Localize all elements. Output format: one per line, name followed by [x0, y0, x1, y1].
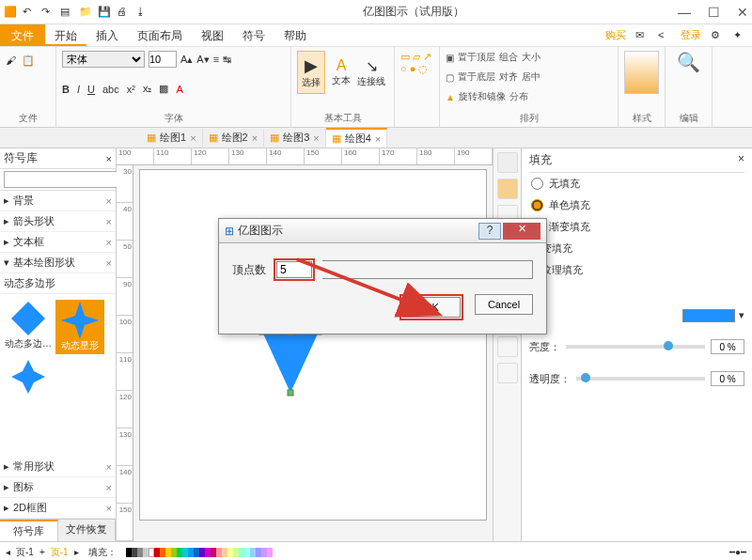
fill-solid[interactable]: 单色填充	[529, 194, 744, 216]
prev-page-icon[interactable]: ◂	[6, 547, 10, 557]
next-page-icon[interactable]: ▸	[74, 547, 79, 557]
close-tab-icon[interactable]: ×	[190, 132, 196, 144]
canvas[interactable]: 100110120130140150160170180190 304050901…	[117, 148, 493, 541]
increase-font-icon[interactable]: A▴	[180, 54, 193, 66]
italic-button[interactable]: I	[77, 84, 80, 95]
shape-star4[interactable]	[4, 358, 53, 396]
color-palette-strip[interactable]	[126, 548, 273, 557]
window-title: 亿图图示（试用版）	[363, 4, 464, 20]
gear-icon[interactable]: ⚙	[711, 29, 724, 42]
format-painter-icon[interactable]: 🖌	[6, 54, 16, 67]
cancel-button[interactable]: Cancel	[475, 294, 533, 315]
maximize-icon[interactable]: ☐	[708, 5, 720, 20]
export-icon[interactable]: ⭳	[135, 6, 149, 19]
vertex-input[interactable]	[276, 261, 312, 278]
sub-category: 动态多边形	[0, 273, 116, 294]
opacity-value[interactable]	[711, 371, 744, 386]
font-family-select[interactable]: 宋体	[62, 51, 145, 68]
doc-tab[interactable]: ▦绘图2×	[203, 129, 265, 147]
open-icon[interactable]: 📁	[79, 6, 92, 19]
tab-start[interactable]: 开始	[45, 24, 86, 46]
share-icon[interactable]: <	[658, 29, 671, 42]
category-item[interactable]: ▸ 箭头形状×	[0, 211, 116, 232]
paste-icon[interactable]: 📋	[22, 54, 35, 67]
minimize-icon[interactable]: —	[678, 5, 691, 20]
buy-link[interactable]: 购买	[605, 28, 626, 42]
undo-icon[interactable]: ↶	[23, 6, 36, 19]
opacity-slider[interactable]	[576, 377, 705, 381]
dialog-help-icon[interactable]: ?	[478, 223, 501, 240]
print-icon[interactable]: 🖨	[117, 6, 130, 19]
category-item[interactable]: ▾ 基本绘图形状×	[0, 253, 116, 273]
strike-button[interactable]: abc	[102, 84, 119, 95]
indent-icon[interactable]: ↹	[223, 54, 231, 66]
ok-button[interactable]: OK	[402, 297, 461, 318]
category-item[interactable]: ▸ 背景×	[0, 191, 116, 211]
close-icon[interactable]: ✕	[737, 5, 748, 20]
footer-tab-library[interactable]: 符号库	[0, 520, 58, 541]
new-icon[interactable]: ▤	[60, 6, 73, 19]
footer-tab-recovery[interactable]: 文件恢复	[58, 520, 117, 541]
color-tool-icon[interactable]	[497, 179, 518, 199]
close-panel-icon[interactable]: ×	[106, 153, 112, 164]
tab-help[interactable]: 帮助	[274, 24, 316, 46]
connector-tool[interactable]: ↘连接线	[357, 51, 385, 94]
shape-star-selected[interactable]: 动态星形	[55, 300, 104, 354]
app-color-icon[interactable]: ✦	[733, 29, 746, 42]
highlight-icon[interactable]: ▩	[159, 83, 168, 95]
comment-tool-icon[interactable]	[497, 336, 518, 357]
sub-button[interactable]: x₂	[143, 83, 152, 95]
category-item[interactable]: ▸ 图标×	[0, 477, 116, 498]
redo-icon[interactable]: ↷	[41, 6, 55, 19]
save-icon[interactable]: 💾	[98, 6, 111, 19]
mail-icon[interactable]: ✉	[635, 29, 649, 42]
vertex-input-extent[interactable]	[322, 260, 533, 279]
fill-texture[interactable]: 纹纹理填充	[529, 259, 744, 281]
tab-insert[interactable]: 插入	[86, 24, 128, 46]
file-menu[interactable]: 文件	[0, 24, 45, 46]
bring-front-icon[interactable]: ▣	[446, 53, 454, 63]
close-tab-icon[interactable]: ×	[375, 133, 381, 145]
underline-button[interactable]: U	[87, 84, 95, 95]
dialog-close-icon[interactable]: ✕	[503, 223, 540, 240]
page-tab[interactable]: 页-1	[16, 546, 34, 559]
brightness-label: 亮度：	[529, 340, 560, 354]
font-color-icon[interactable]: A	[176, 84, 182, 95]
page-tab-active[interactable]: 页-1	[51, 546, 69, 559]
bold-button[interactable]: B	[62, 84, 70, 95]
shape-polygon[interactable]: 动态多边…	[4, 300, 53, 350]
category-item[interactable]: ▸ 文本框×	[0, 232, 116, 253]
brightness-value[interactable]	[711, 339, 744, 354]
send-back-icon[interactable]: ▢	[446, 72, 454, 83]
list-icon[interactable]: ≡	[213, 54, 219, 65]
super-button[interactable]: x²	[127, 84, 135, 95]
text-tool[interactable]: A文本	[327, 51, 355, 94]
fill-gradient[interactable]: 渐变填充	[529, 216, 744, 238]
close-panel-icon[interactable]: ×	[738, 152, 744, 168]
doc-tab[interactable]: ▦绘图1×	[141, 129, 203, 147]
brightness-slider[interactable]	[566, 345, 705, 349]
triangle-shape[interactable]	[258, 327, 323, 402]
category-item[interactable]: ▸ 常用形状×	[0, 457, 116, 477]
fill-tool-icon[interactable]	[497, 152, 518, 173]
tab-layout[interactable]: 页面布局	[128, 24, 192, 46]
fill-none[interactable]: 无填充	[529, 173, 744, 194]
close-tab-icon[interactable]: ×	[252, 132, 258, 144]
doc-tab-active[interactable]: ▦绘图4×	[326, 128, 388, 148]
fill-color-swatch[interactable]	[682, 309, 735, 322]
select-tool[interactable]: ▶选择	[297, 51, 325, 94]
tab-symbol[interactable]: 符号	[233, 24, 274, 46]
fill-pattern[interactable]: 斩变填充	[529, 238, 744, 259]
doc-tab[interactable]: ▦绘图3×	[264, 129, 326, 147]
login-link[interactable]: 登录	[681, 28, 701, 42]
font-size-input[interactable]	[149, 51, 177, 68]
menu-bar: 文件 开始 插入 页面布局 视图 符号 帮助 购买 ✉ < 登录 ⚙ ✦	[0, 24, 752, 47]
link-tool-icon[interactable]	[497, 363, 518, 383]
category-item[interactable]: ▸ 2D框图×	[0, 498, 116, 519]
zoom-slider-icon[interactable]: ━●━	[729, 547, 746, 557]
ribbon-group-file: 文件	[6, 110, 50, 125]
close-tab-icon[interactable]: ×	[313, 132, 319, 144]
tab-view[interactable]: 视图	[192, 24, 233, 46]
decrease-font-icon[interactable]: A▾	[196, 54, 209, 66]
rotate-icon[interactable]: ▲	[446, 92, 455, 102]
